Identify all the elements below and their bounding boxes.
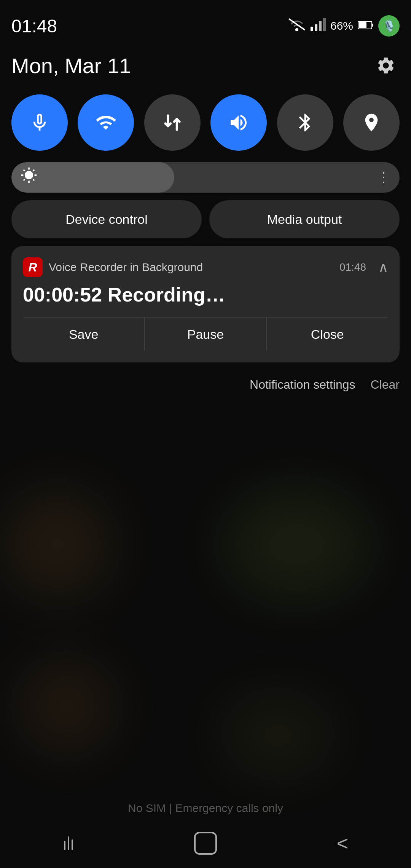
save-recording-button[interactable]: Save — [23, 318, 145, 351]
collapse-notification-button[interactable]: ∧ — [378, 259, 388, 275]
notification-time: 01:48 — [339, 261, 366, 273]
device-control-label: Device control — [65, 212, 147, 227]
signal-icon — [311, 18, 326, 34]
back-button[interactable]: < — [312, 828, 373, 858]
close-recording-button[interactable]: Close — [267, 318, 388, 351]
notification-actions: Save Pause Close — [23, 318, 388, 351]
media-output-button[interactable]: Media output — [209, 200, 400, 238]
status-bar: 01:48 66% 🎙️ — [0, 0, 411, 44]
home-button[interactable] — [175, 828, 236, 858]
battery-icon — [358, 20, 374, 32]
notification-bottom-actions: Notification settings Clear — [0, 370, 411, 399]
toggle-location[interactable] — [343, 94, 400, 151]
brightness-more-icon[interactable]: ⋮ — [377, 169, 390, 185]
toggle-sound[interactable] — [210, 94, 267, 151]
svg-rect-7 — [372, 24, 373, 27]
bg-glow-3 — [19, 659, 114, 754]
app-name: Voice Recorder in Background — [49, 261, 333, 274]
media-row: Device control Media output — [11, 200, 400, 238]
date-display: Mon, Mar 11 — [11, 53, 131, 78]
svg-rect-2 — [315, 24, 317, 31]
svg-rect-4 — [323, 18, 326, 31]
wifi-signal-icon — [288, 18, 306, 35]
clear-notifications-button[interactable]: Clear — [371, 378, 400, 392]
brightness-slider[interactable]: ⋮ — [11, 162, 400, 193]
notification-header: R Voice Recorder in Background 01:48 ∧ — [23, 257, 388, 277]
toggle-microphone[interactable] — [11, 94, 68, 151]
bottom-status-text: No SIM | Emergency calls only — [0, 802, 411, 815]
quick-toggles — [0, 91, 411, 155]
recording-time-display: 00:00:52 Recording… — [23, 283, 388, 306]
home-icon — [194, 832, 217, 855]
recent-apps-icon — [64, 836, 73, 850]
back-icon: < — [337, 832, 348, 855]
toggle-data[interactable] — [144, 94, 201, 151]
settings-button[interactable] — [372, 52, 400, 79]
notification-settings-link[interactable]: Notification settings — [250, 378, 355, 392]
svg-rect-3 — [319, 21, 322, 31]
bg-glow-1 — [0, 487, 114, 602]
status-time: 01:48 — [11, 16, 57, 37]
app-icon: R — [23, 257, 43, 277]
bg-glow-4 — [221, 697, 335, 773]
status-icons: 66% 🎙️ — [288, 15, 400, 37]
notification-card: R Voice Recorder in Background 01:48 ∧ 0… — [11, 246, 400, 362]
device-control-button[interactable]: Device control — [11, 200, 202, 238]
pause-recording-button[interactable]: Pause — [145, 318, 266, 351]
media-output-label: Media output — [267, 212, 342, 227]
date-row: Mon, Mar 11 — [0, 44, 411, 91]
mic-icon: 🎙️ — [382, 20, 396, 32]
active-mic-indicator: 🎙️ — [378, 15, 400, 37]
bg-glow-2 — [221, 487, 373, 602]
navigation-bar: < — [0, 822, 411, 868]
brightness-icon — [21, 167, 37, 188]
svg-rect-6 — [359, 22, 366, 28]
battery-percentage: 66% — [330, 19, 353, 32]
recent-apps-button[interactable] — [38, 828, 99, 858]
toggle-bluetooth[interactable] — [277, 94, 333, 151]
svg-rect-1 — [311, 27, 313, 31]
toggle-wifi[interactable] — [78, 94, 134, 151]
